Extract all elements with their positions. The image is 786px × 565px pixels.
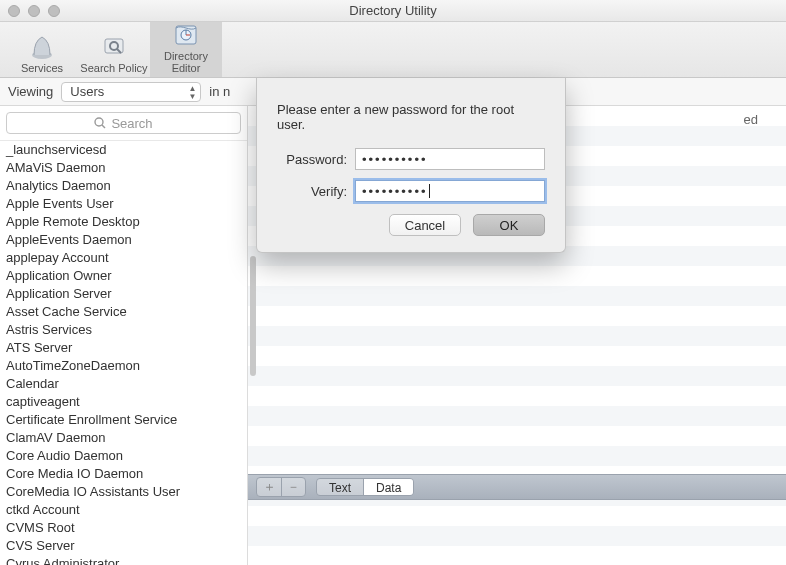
search-input[interactable]: Search (6, 112, 241, 134)
scrollbar-thumb[interactable] (250, 256, 256, 376)
password-sheet: Please enter a new password for the root… (256, 78, 566, 253)
search-policy-icon (78, 32, 150, 62)
viewing-select[interactable]: Users ▲▼ (61, 82, 201, 102)
services-icon (6, 32, 78, 62)
toolbar-item-directory-editor[interactable]: Directory Editor (150, 16, 222, 77)
list-item[interactable]: ClamAV Daemon (0, 429, 247, 447)
list-item[interactable]: AutoTimeZoneDaemon (0, 357, 247, 375)
window-title: Directory Utility (0, 3, 786, 18)
toolbar-item-label: Search Policy (78, 62, 150, 74)
list-item[interactable]: CVMS Root (0, 519, 247, 537)
toolbar-item-services[interactable]: Services (6, 28, 78, 77)
viewing-label: Viewing (8, 84, 53, 99)
viewing-select-value: Users (70, 84, 104, 99)
toolbar-item-label: Services (6, 62, 78, 74)
verify-field[interactable]: •••••••••• (355, 180, 545, 202)
password-value: •••••••••• (362, 152, 428, 167)
users-list[interactable]: _launchservicesdAMaViS DaemonAnalytics D… (0, 141, 247, 565)
list-item[interactable]: Certificate Enrollment Service (0, 411, 247, 429)
detail-edit-bar: ＋ － Text Data (248, 474, 786, 500)
list-item[interactable]: CoreMedia IO Assistants User (0, 483, 247, 501)
list-item[interactable]: AMaViS Daemon (0, 159, 247, 177)
add-remove-group: ＋ － (256, 477, 306, 497)
users-sidebar: Search _launchservicesdAMaViS DaemonAnal… (0, 106, 248, 565)
list-item[interactable]: Analytics Daemon (0, 177, 247, 195)
list-item[interactable]: Astris Services (0, 321, 247, 339)
list-item[interactable]: AppleEvents Daemon (0, 231, 247, 249)
list-item[interactable]: applepay Account (0, 249, 247, 267)
titlebar: Directory Utility (0, 0, 786, 22)
toolbar: Services Search Policy Directory Editor (0, 22, 786, 78)
verify-value: •••••••••• (362, 184, 428, 199)
directory-editor-icon (150, 20, 222, 50)
text-data-segmented[interactable]: Text Data (316, 478, 414, 496)
segment-data[interactable]: Data (363, 479, 413, 495)
list-item[interactable]: Calendar (0, 375, 247, 393)
toolbar-item-search-policy[interactable]: Search Policy (78, 28, 150, 77)
list-item[interactable]: Asset Cache Service (0, 303, 247, 321)
viewing-in-label: in n (209, 84, 230, 99)
sheet-message: Please enter a new password for the root… (277, 102, 545, 132)
svg-line-9 (102, 125, 105, 128)
list-item[interactable]: Apple Events User (0, 195, 247, 213)
list-item[interactable]: Apple Remote Desktop (0, 213, 247, 231)
svg-point-8 (95, 118, 103, 126)
list-item[interactable]: captiveagent (0, 393, 247, 411)
add-button[interactable]: ＋ (257, 478, 281, 496)
list-item[interactable]: Cyrus Administrator (0, 555, 247, 565)
select-stepper-icon: ▲▼ (188, 85, 196, 101)
segment-text[interactable]: Text (317, 479, 363, 495)
list-item[interactable]: _launchservicesd (0, 141, 247, 159)
obscured-text-fragment: ed (744, 112, 758, 127)
list-item[interactable]: Application Server (0, 285, 247, 303)
text-caret-icon (429, 184, 430, 198)
search-placeholder: Search (111, 116, 152, 131)
list-item[interactable]: CVS Server (0, 537, 247, 555)
list-item[interactable]: ATS Server (0, 339, 247, 357)
password-field[interactable]: •••••••••• (355, 148, 545, 170)
list-item[interactable]: ctkd Account (0, 501, 247, 519)
list-item[interactable]: Application Owner (0, 267, 247, 285)
list-item[interactable]: Core Media IO Daemon (0, 465, 247, 483)
ok-button[interactable]: OK (473, 214, 545, 236)
cancel-button[interactable]: Cancel (389, 214, 461, 236)
verify-label: Verify: (277, 184, 355, 199)
remove-button[interactable]: － (281, 478, 305, 496)
search-icon (94, 117, 106, 129)
password-label: Password: (277, 152, 355, 167)
list-item[interactable]: Core Audio Daemon (0, 447, 247, 465)
toolbar-item-label: Directory Editor (150, 50, 222, 74)
